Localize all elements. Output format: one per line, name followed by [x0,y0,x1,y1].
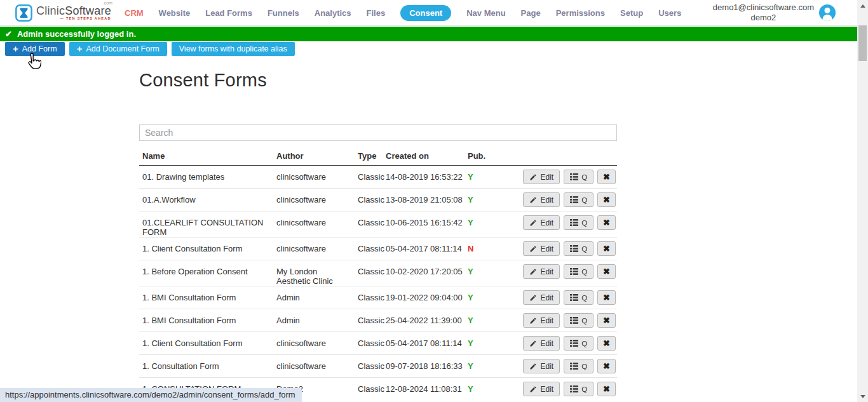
cell-type: Classic [358,309,386,332]
entries-search-button[interactable]: Q [564,215,593,230]
delete-button[interactable]: ✖ [597,290,616,305]
entries-search-button[interactable]: Q [564,313,593,328]
view-duplicate-alias-button[interactable]: View forms with duplicate alias [172,42,295,56]
cell-name: 1. Consultation Form [139,355,276,377]
list-icon [570,294,578,301]
nav-item-setup[interactable]: Setup [620,8,643,18]
cell-name: 1. Client Consultation Form [139,238,276,260]
nav-item-users[interactable]: Users [658,8,681,18]
nav-item-page[interactable]: Page [521,8,541,18]
cell-created-on: 05-04-2017 08:11:14 [386,332,468,354]
pencil-icon [529,363,537,370]
magnifier-q-icon: Q [581,219,587,227]
cell-created-on: 12-08-2024 11:08:31 [386,378,468,402]
close-icon: ✖ [603,338,610,348]
close-icon: ✖ [603,244,610,253]
search-input[interactable] [139,124,617,141]
cell-actions: Edit Q ✖ [519,166,617,188]
delete-button[interactable]: ✖ [597,264,616,279]
scroll-up-arrow[interactable] [857,1,868,10]
cell-author: Admin [276,309,358,332]
edit-button[interactable]: Edit [523,264,560,279]
pencil-icon [529,219,537,227]
brand-part2: Software [65,4,111,17]
edit-button[interactable]: Edit [523,382,560,396]
delete-button[interactable]: ✖ [597,215,616,230]
header-created: Created on [386,147,468,165]
cell-name: 01.A.Workflow [139,189,276,211]
main-content: Consent Forms Name Author Type Created o… [139,70,617,402]
entries-search-button[interactable]: Q [564,290,593,305]
close-icon: ✖ [603,218,610,227]
cell-type: Classic [358,189,386,211]
delete-button[interactable]: ✖ [597,382,616,396]
close-icon: ✖ [603,195,610,204]
header-actions [519,147,617,165]
check-icon: ✔ [5,29,12,39]
delete-button[interactable]: ✖ [597,336,616,351]
entries-search-button[interactable]: Q [564,264,593,279]
header-pub: Pub. [468,147,519,165]
nav-item-lead-forms[interactable]: Lead Forms [205,8,252,18]
delete-button[interactable]: ✖ [597,241,616,256]
entries-search-button[interactable]: Q [564,336,593,351]
nav-item-funnels[interactable]: Funnels [268,8,299,18]
table-header: Name Author Type Created on Pub. [139,147,617,166]
magnifier-q-icon: Q [581,385,587,393]
table-row: 01. Drawing templates clinicsoftware Cla… [139,166,617,189]
nav-item-website[interactable]: Website [159,8,191,18]
scrollbar-thumb[interactable] [858,25,867,61]
entries-search-button[interactable]: Q [564,241,593,256]
cell-actions: Edit Q ✖ [519,286,617,309]
list-icon [570,268,578,275]
entries-search-button[interactable]: Q [564,192,593,207]
close-icon: ✖ [603,293,610,302]
nav-item-consent[interactable]: Consent [400,5,451,21]
delete-button[interactable]: ✖ [597,359,616,373]
edit-button[interactable]: Edit [523,192,560,207]
add-form-button[interactable]: + Add Form [5,42,65,56]
nav-item-analytics[interactable]: Analytics [315,8,351,18]
cell-actions: Edit Q ✖ [519,260,617,286]
magnifier-q-icon: Q [581,245,587,253]
cell-author: clinicsoftware [276,238,358,260]
edit-button[interactable]: Edit [523,290,560,305]
cell-pub: Y [468,211,519,237]
scroll-down-arrow[interactable] [857,392,868,401]
edit-button[interactable]: Edit [523,241,560,256]
magnifier-q-icon: Q [581,294,587,302]
header-name: Name [139,147,276,165]
delete-button[interactable]: ✖ [597,192,616,207]
pencil-icon [529,294,537,302]
edit-button[interactable]: Edit [523,359,560,373]
delete-button[interactable]: ✖ [597,313,616,328]
cell-author: clinicsoftware [276,166,358,188]
cell-pub: Y [468,166,519,188]
entries-search-button[interactable]: Q [564,170,593,184]
nav-item-permissions[interactable]: Permissions [556,8,605,18]
edit-button[interactable]: Edit [523,170,560,184]
table-row: 1. Consultation Form clinicsoftware Clas… [139,355,617,378]
plus-icon: + [77,44,83,53]
cell-author: clinicsoftware [276,189,358,211]
cell-created-on: 14-08-2019 16:53:22 [386,166,468,188]
avatar[interactable] [819,4,836,21]
pencil-icon [529,173,537,181]
cell-pub: Y [468,309,519,332]
entries-search-button[interactable]: Q [564,382,593,396]
entries-search-button[interactable]: Q [564,359,593,373]
edit-button[interactable]: Edit [523,336,560,351]
scrollbar[interactable] [857,0,868,402]
list-icon [570,196,578,203]
magnifier-q-icon: Q [581,196,587,204]
nav-item-nav-menu[interactable]: Nav Menu [466,8,505,18]
delete-button[interactable]: ✖ [597,170,616,184]
nav-item-files[interactable]: Files [367,8,386,18]
logo[interactable]: ClinicSoftware .com TEN STEPS AHEAD [15,4,112,22]
edit-button[interactable]: Edit [523,313,560,328]
cell-author: clinicsoftware [276,211,358,237]
edit-button[interactable]: Edit [523,215,560,230]
table-row: 1. BMI Consultation Form Admin Classic 2… [139,309,617,332]
nav-item-crm[interactable]: CRM [125,8,144,18]
add-document-form-button[interactable]: + Add Document Form [69,42,167,56]
